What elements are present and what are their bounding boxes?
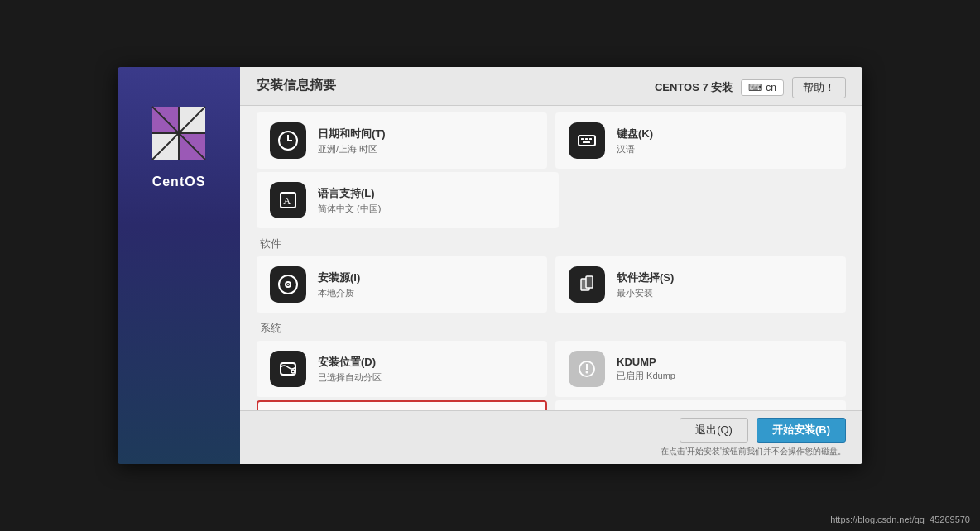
language-selector[interactable]: ⌨ cn <box>741 79 784 96</box>
keyboard-icon <box>569 122 605 159</box>
svg-rect-17 <box>585 138 588 140</box>
clock-icon <box>270 122 306 159</box>
cancel-button[interactable]: 退出(Q) <box>680 418 748 442</box>
svg-point-31 <box>586 371 588 374</box>
system-section-label: 系统 <box>257 321 846 336</box>
start-install-button[interactable]: 开始安装(B) <box>757 418 846 442</box>
datetime-subtitle: 亚洲/上海 时区 <box>318 143 386 155</box>
main-content: 安装信息摘要 CENTOS 7 安装 ⌨ cn 帮助！ <box>240 67 862 464</box>
url-bar: https://blog.csdn.net/qq_45269570 <box>830 514 970 524</box>
footer-buttons: 退出(Q) 开始安装(B) <box>680 418 846 442</box>
keyboard-title: 键盘(K) <box>617 127 653 141</box>
header: 安装信息摘要 CENTOS 7 安装 ⌨ cn 帮助！ <box>240 67 862 106</box>
page-title: 安装信息摘要 <box>257 77 336 94</box>
lang-value: cn <box>766 82 776 93</box>
kdump-subtitle: 已启用 Kdump <box>617 370 675 382</box>
datetime-text: 日期和时间(T) 亚洲/上海 时区 <box>318 127 386 155</box>
keyboard-subtitle: 汉语 <box>617 143 653 155</box>
svg-rect-16 <box>581 138 584 140</box>
install-dest-icon-box <box>268 349 308 389</box>
lang-icon: A <box>270 182 306 218</box>
keyboard-icon-box <box>567 121 607 160</box>
network-item[interactable]: 网络和主机名(N) 未连接 <box>257 400 547 410</box>
install-source-item[interactable]: 安装源(I) 本地介质 <box>257 256 547 313</box>
svg-text:A: A <box>283 194 291 207</box>
keyboard-text: 键盘(K) 汉语 <box>617 127 653 155</box>
software-selection-subtitle: 最小安装 <box>617 287 674 299</box>
centos-brand-label: CentOS <box>152 175 206 189</box>
sidebar: CentOS <box>118 67 240 464</box>
install-source-icon-box <box>268 265 308 304</box>
datetime-title: 日期和时间(T) <box>318 127 386 141</box>
kdump-item[interactable]: KDUMP 已启用 Kdump <box>555 341 846 397</box>
footer-note: 在点击'开始安装'按钮前我们并不会操作您的磁盘。 <box>661 446 846 457</box>
disc-icon <box>270 266 306 303</box>
svg-rect-15 <box>579 136 595 146</box>
system-row2: 网络和主机名(N) 未连接 <box>257 400 846 410</box>
kdump-icon <box>569 351 605 387</box>
svg-point-28 <box>291 370 295 373</box>
footer: 退出(Q) 开始安装(B) 在点击'开始安装'按钮前我们并不会操作您的磁盘。 <box>240 410 862 464</box>
security-policy-item[interactable]: SECURITY POLICY No profile selected <box>555 400 846 410</box>
keyboard-icon-small: ⌨ <box>748 82 762 93</box>
install-dest-item[interactable]: 安装位置(D) 已选择自动分区 <box>257 341 547 397</box>
software-row: 安装源(I) 本地介质 软件选择(S) <box>257 256 846 313</box>
disk-icon <box>270 351 306 387</box>
software-section-label: 软件 <box>257 237 846 251</box>
centos-version-label: CENTOS 7 安装 <box>655 80 733 95</box>
svg-point-24 <box>287 284 289 285</box>
keyboard-item[interactable]: 键盘(K) 汉语 <box>555 112 846 169</box>
header-right: CENTOS 7 安装 ⌨ cn 帮助！ <box>655 77 846 98</box>
empty-slot <box>567 172 846 228</box>
datetime-item[interactable]: 日期和时间(T) 亚洲/上海 时区 <box>257 112 547 169</box>
content-area: 日期和时间(T) 亚洲/上海 时区 <box>240 106 862 410</box>
install-dest-title: 安装位置(D) <box>318 355 382 370</box>
install-source-subtitle: 本地介质 <box>318 287 360 299</box>
kdump-text: KDUMP 已启用 Kdump <box>617 356 675 382</box>
install-source-title: 安装源(I) <box>318 270 360 285</box>
svg-rect-26 <box>586 276 593 288</box>
localization-row: 日期和时间(T) 亚洲/上海 时区 <box>257 112 846 169</box>
install-dest-text: 安装位置(D) 已选择自动分区 <box>318 355 382 384</box>
lang-support-text: 语言支持(L) 简体中文 (中国) <box>318 186 381 215</box>
kdump-title: KDUMP <box>617 356 675 368</box>
software-selection-icon-box <box>567 265 607 304</box>
lang-support-item[interactable]: A 语言支持(L) 简体中文 (中国) <box>257 172 559 228</box>
lang-support-icon-box: A <box>268 180 308 220</box>
centos-logo <box>146 100 212 166</box>
installer-window: CentOS 安装信息摘要 CENTOS 7 安装 ⌨ cn 帮助！ <box>118 67 862 464</box>
install-dest-subtitle: 已选择自动分区 <box>318 371 382 384</box>
lang-support-title: 语言支持(L) <box>318 186 381 201</box>
lang-support-subtitle: 简体中文 (中国) <box>318 203 381 215</box>
language-row: A 语言支持(L) 简体中文 (中国) <box>257 172 846 228</box>
software-selection-text: 软件选择(S) 最小安装 <box>617 270 674 299</box>
install-source-text: 安装源(I) 本地介质 <box>318 270 360 299</box>
svg-rect-18 <box>589 138 592 140</box>
datetime-icon-box <box>268 121 308 160</box>
software-selection-item[interactable]: 软件选择(S) 最小安装 <box>555 256 846 313</box>
software-selection-title: 软件选择(S) <box>617 270 674 285</box>
help-button[interactable]: 帮助！ <box>792 77 846 98</box>
system-row1: 安装位置(D) 已选择自动分区 <box>257 341 846 397</box>
svg-rect-19 <box>583 141 590 143</box>
package-icon <box>569 266 605 303</box>
kdump-icon-box <box>567 349 607 389</box>
